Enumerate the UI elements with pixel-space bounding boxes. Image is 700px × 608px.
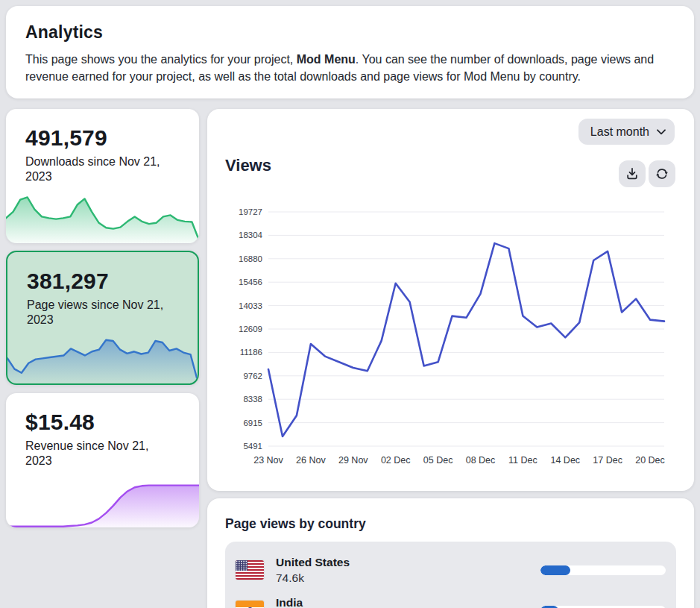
downloads-sparkline	[6, 191, 199, 243]
svg-text:20 Dec: 20 Dec	[635, 455, 665, 466]
page-description: This page shows you the analytics for yo…	[25, 51, 675, 85]
svg-text:9762: 9762	[243, 372, 262, 380]
svg-text:05 Dec: 05 Dec	[423, 455, 453, 466]
india-flag-icon	[236, 601, 264, 608]
country-progress-bar	[540, 565, 666, 575]
refresh-chart-button[interactable]	[649, 160, 675, 187]
export-chart-button[interactable]	[619, 160, 646, 187]
revenue-label: Revenue since Nov 21, 2023	[6, 435, 199, 468]
page-views-label: Page views since Nov 21, 2023	[7, 294, 198, 327]
views-chart-panel: Last month Views 54916915833897621118612…	[207, 109, 694, 491]
svg-text:17 Dec: 17 Dec	[593, 455, 622, 466]
svg-text:11186: 11186	[240, 348, 262, 357]
svg-text:6915: 6915	[243, 419, 262, 427]
svg-text:16880: 16880	[239, 254, 262, 263]
chevron-down-icon	[657, 129, 666, 135]
country-panel-title: Page views by country	[225, 516, 366, 532]
svg-text:14 Dec: 14 Dec	[550, 455, 580, 466]
revenue-sparkline	[6, 475, 199, 527]
project-name: Mod Menu	[297, 53, 356, 66]
header-panel: Analytics This page shows you the analyt…	[6, 6, 694, 98]
svg-text:18304: 18304	[239, 231, 263, 239]
svg-text:14033: 14033	[239, 301, 262, 310]
country-list: United States 74.6k India	[225, 542, 676, 608]
svg-text:23 Nov: 23 Nov	[253, 455, 283, 466]
svg-text:11 Dec: 11 Dec	[508, 455, 537, 466]
downloads-label: Downloads since Nov 21, 2023	[6, 151, 199, 184]
svg-text:29 Nov: 29 Nov	[338, 455, 368, 466]
page-title: Analytics	[25, 22, 675, 43]
country-name: India	[276, 596, 303, 608]
svg-text:5491: 5491	[243, 442, 262, 451]
stat-card-downloads[interactable]: 491,579 Downloads since Nov 21, 2023	[6, 109, 199, 243]
download-icon	[625, 166, 640, 181]
country-row-united-states: United States 74.6k	[236, 551, 666, 589]
downloads-value: 491,579	[6, 109, 199, 151]
svg-text:26 Nov: 26 Nov	[296, 455, 326, 466]
country-progress-fill	[540, 565, 570, 575]
svg-text:19727: 19727	[239, 207, 262, 216]
country-progress-fill	[540, 606, 558, 608]
us-flag-icon	[236, 560, 264, 580]
date-range-selector[interactable]: Last month	[578, 119, 675, 145]
country-value: 74.6k	[276, 571, 350, 585]
svg-text:8338: 8338	[243, 395, 262, 404]
svg-text:12609: 12609	[239, 325, 262, 333]
chart-actions	[619, 160, 675, 187]
stat-card-page-views[interactable]: 381,297 Page views since Nov 21, 2023	[6, 251, 199, 385]
svg-text:15456: 15456	[239, 278, 262, 286]
page-views-sparkline	[7, 331, 198, 383]
country-panel: Page views by country United States 74.6…	[207, 498, 694, 608]
page-views-value: 381,297	[7, 252, 198, 294]
chart-title: Views	[225, 156, 271, 175]
country-row-india: India	[236, 591, 666, 608]
svg-text:08 Dec: 08 Dec	[466, 455, 496, 466]
svg-text:02 Dec: 02 Dec	[381, 455, 411, 466]
stat-card-revenue[interactable]: $15.48 Revenue since Nov 21, 2023	[6, 393, 199, 527]
views-line-chart: 5491691583389762111861260914033154561688…	[225, 201, 676, 468]
date-range-label: Last month	[590, 125, 649, 139]
country-progress-bar	[540, 606, 666, 608]
refresh-icon	[655, 166, 669, 181]
country-name: United States	[276, 556, 350, 569]
revenue-value: $15.48	[6, 393, 199, 435]
